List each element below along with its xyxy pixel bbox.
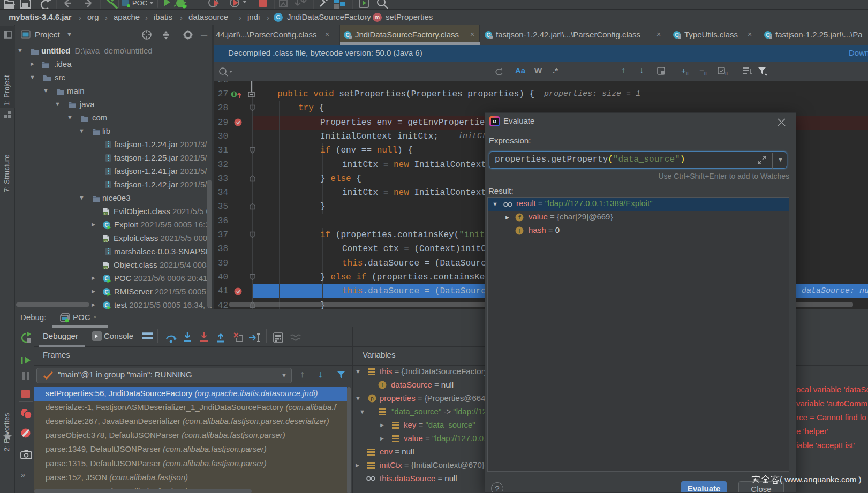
svg-text:POC: POC: [132, 0, 147, 7]
